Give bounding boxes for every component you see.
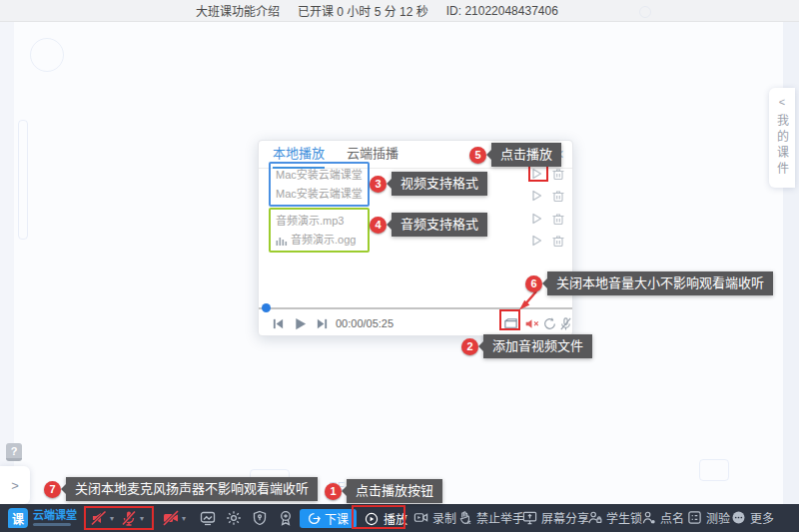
quiz-button[interactable]: 测验 bbox=[687, 509, 730, 526]
my-courseware-tab[interactable]: < 我的课件 bbox=[769, 88, 795, 188]
app-logo: 课 云端课堂 bbox=[8, 508, 77, 528]
annotation-5: 5 点击播放 bbox=[469, 143, 561, 167]
chevron-right-icon: > bbox=[11, 478, 19, 493]
doodle-dot bbox=[639, 6, 651, 18]
student-lock-button[interactable]: 学生锁 bbox=[587, 509, 642, 526]
left-panel-expand-tab[interactable]: > bbox=[0, 466, 30, 504]
camera-off-icon bbox=[162, 509, 180, 527]
previous-track-icon[interactable] bbox=[271, 316, 286, 331]
leave-class-button[interactable]: 下课 bbox=[300, 509, 357, 528]
roll-call-label: 点名 bbox=[660, 509, 684, 526]
annotation-tip: 关闭本地音量大小不影响观看端收听 bbox=[547, 271, 773, 295]
annotation-badge: 6 bbox=[525, 275, 542, 292]
doodle-house bbox=[699, 459, 729, 481]
file-name: 音频演示.mp3 bbox=[276, 212, 344, 231]
leave-class-label: 下课 bbox=[325, 510, 349, 527]
file-row[interactable]: 音频演示.mp3 bbox=[276, 212, 363, 231]
file-actions-row bbox=[528, 211, 565, 226]
annotation-6: 6 关闭本地音量大小不影响观看端收听 bbox=[525, 271, 773, 295]
play-file-icon[interactable] bbox=[528, 188, 543, 203]
canvas-left-strip bbox=[0, 22, 14, 504]
record-button[interactable]: 录制 bbox=[413, 509, 456, 526]
volume-muted-icon[interactable] bbox=[524, 316, 539, 331]
screen-share-button[interactable]: 屏幕分享 bbox=[522, 509, 589, 526]
more-icon bbox=[731, 510, 746, 525]
file-name: Mac安装云端课堂.webm bbox=[276, 185, 363, 204]
file-name: Mac安装云端课堂.mp4 bbox=[276, 166, 363, 185]
file-row[interactable]: Mac安装云端课堂.webm bbox=[276, 185, 363, 204]
student-lock-icon bbox=[587, 510, 602, 525]
forbid-raise-hand-button[interactable]: 禁止举手 bbox=[457, 509, 524, 526]
hand-block-icon bbox=[457, 510, 472, 525]
file-actions-row bbox=[528, 188, 565, 203]
annotation-2: 2 添加音视频文件 bbox=[461, 334, 592, 358]
next-track-icon[interactable] bbox=[315, 316, 330, 331]
mic-muted-icon[interactable] bbox=[558, 316, 573, 331]
exit-icon bbox=[308, 512, 321, 525]
settings-button[interactable] bbox=[226, 510, 242, 526]
award-button[interactable] bbox=[278, 510, 294, 526]
lesson-title: 大班课功能介绍 bbox=[196, 2, 280, 19]
annotation-badge: 2 bbox=[461, 338, 478, 355]
my-courseware-label: 我的课件 bbox=[774, 114, 791, 178]
more-button[interactable]: 更多 bbox=[731, 509, 774, 526]
file-row[interactable]: 音频演示.ogg bbox=[276, 231, 363, 250]
highlight-play-button bbox=[352, 505, 405, 529]
play-file-icon[interactable] bbox=[528, 211, 543, 226]
annotation-badge: 3 bbox=[370, 176, 387, 193]
quiz-icon bbox=[687, 510, 702, 525]
chevron-left-icon: < bbox=[779, 96, 785, 108]
annotation-tip: 添加音视频文件 bbox=[483, 334, 592, 358]
screen-share-icon bbox=[522, 510, 537, 525]
screen-share-label: 屏幕分享 bbox=[541, 509, 589, 526]
file-actions-row bbox=[528, 233, 565, 248]
doodle-circle bbox=[30, 38, 64, 72]
annotation-4: 4 音频支持格式 bbox=[370, 213, 487, 237]
annotation-7: 7 关闭本地麦克风扬声器不影响观看端收听 bbox=[44, 477, 318, 501]
annotation-1: 1 点击播放按钮 bbox=[325, 479, 442, 503]
highlight-mic-speaker-toggles bbox=[84, 506, 154, 530]
annotation-badge: 1 bbox=[325, 483, 342, 500]
delete-file-icon[interactable] bbox=[550, 233, 565, 248]
forbid-raise-hand-label: 禁止举手 bbox=[476, 509, 524, 526]
file-name: 音频演示.ogg bbox=[291, 231, 356, 250]
more-label: 更多 bbox=[750, 509, 774, 526]
file-row[interactable]: Mac安装云端课堂.mp4 bbox=[276, 166, 363, 185]
time-display: 00:00/05:25 bbox=[336, 317, 394, 329]
annotation-tip: 视频支持格式 bbox=[392, 172, 487, 196]
annotation-tip: 音频支持格式 bbox=[392, 213, 487, 237]
security-button[interactable] bbox=[252, 510, 268, 526]
annotation-tip: 关闭本地麦克风扬声器不影响观看端收听 bbox=[66, 477, 318, 501]
logo-icon: 课 bbox=[8, 508, 28, 528]
play-file-icon[interactable] bbox=[528, 233, 543, 248]
caret-down-icon[interactable]: ▾ bbox=[182, 514, 186, 523]
logo-subtext bbox=[33, 523, 71, 526]
record-label: 录制 bbox=[432, 509, 456, 526]
annotation-tip: 点击播放按钮 bbox=[347, 479, 442, 503]
roll-call-icon bbox=[641, 510, 656, 525]
annotation-badge: 7 bbox=[44, 481, 61, 498]
annotation-tip: 点击播放 bbox=[491, 143, 561, 167]
play-pause-icon[interactable] bbox=[293, 316, 308, 331]
delete-file-icon[interactable] bbox=[550, 211, 565, 226]
loop-mode-icon[interactable] bbox=[542, 316, 557, 331]
annotation-badge: 5 bbox=[469, 147, 486, 164]
delete-file-icon[interactable] bbox=[550, 188, 565, 203]
audio-files-group: 音频演示.mp3 音频演示.ogg bbox=[269, 208, 370, 253]
help-icon[interactable]: ? bbox=[6, 443, 22, 461]
camera-toggle[interactable]: ▾ bbox=[162, 509, 186, 527]
room-id-label: ID: bbox=[446, 4, 461, 18]
delete-file-icon[interactable] bbox=[550, 166, 565, 181]
session-timer: 已开课 0 小时 5 分 12 秒 bbox=[298, 2, 428, 19]
room-id-value: 21022048437406 bbox=[464, 4, 557, 18]
roll-call-button[interactable]: 点名 bbox=[641, 509, 684, 526]
classroom-app: 大班课功能介绍 已开课 0 小时 5 分 12 秒 ID: 2102204843… bbox=[0, 0, 799, 532]
logo-text: 云端课堂 bbox=[33, 510, 77, 521]
video-files-group: Mac安装云端课堂.mp4 Mac安装云端课堂.webm bbox=[269, 162, 370, 207]
quiz-label: 测验 bbox=[706, 509, 730, 526]
whiteboard-button[interactable] bbox=[200, 510, 216, 526]
equalizer-icon bbox=[276, 235, 288, 247]
student-lock-label: 学生锁 bbox=[606, 509, 642, 526]
top-status-bar: 大班课功能介绍 已开课 0 小时 5 分 12 秒 ID: 2102204843… bbox=[0, 0, 799, 22]
doodle-ruler bbox=[18, 120, 28, 240]
